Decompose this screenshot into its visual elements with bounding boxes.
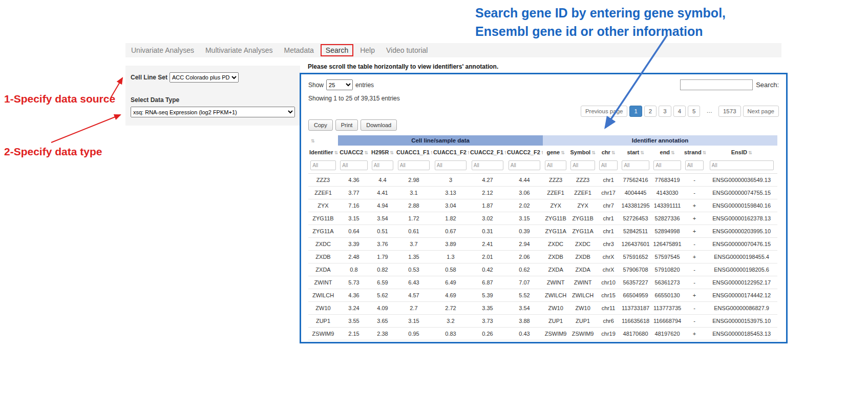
table-cell: 66550130 — [651, 289, 683, 302]
page-button-4[interactable]: 4 — [673, 106, 686, 117]
table-cell: 2.88 — [395, 199, 432, 212]
table-cell: 6.59 — [370, 276, 395, 289]
filter-input-chr[interactable] — [599, 160, 618, 170]
table-cell: ZYG11A — [568, 225, 597, 238]
column-header-h295r[interactable]: H295R⇅ — [370, 146, 395, 159]
nav-search[interactable]: Search — [321, 44, 353, 56]
page-button-2[interactable]: 2 — [644, 106, 657, 117]
table-cell: ZXDA — [543, 263, 568, 276]
filter-input-cuacc2[interactable] — [340, 160, 367, 170]
nav-univariate-analyses[interactable]: Univariate Analyses — [125, 44, 200, 56]
table-cell: 57597545 — [651, 251, 683, 263]
table-cell: + — [683, 328, 706, 340]
filter-input-identifier[interactable] — [310, 160, 336, 170]
table-cell: 4.44 — [506, 174, 543, 187]
column-header-cuacc2-f1[interactable]: CUACC2_F1⇅ — [469, 146, 506, 159]
cell-line-set-select[interactable]: ACC Colorado plus PDX — [170, 72, 239, 83]
copy-button[interactable]: Copy — [308, 119, 333, 131]
column-header-label: EnsID — [731, 149, 747, 155]
table-cell: 3.15 — [395, 315, 432, 328]
table-cell: 0.31 — [469, 225, 506, 238]
column-header-strand[interactable]: strand⇅ — [683, 146, 706, 159]
table-cell: ENSG00000153975.10 — [706, 315, 777, 328]
column-header-cuacc2[interactable]: CUACC2⇅ — [338, 146, 370, 159]
page-button-1[interactable]: 1 — [629, 106, 642, 117]
filter-input-cuacc2-f2[interactable] — [509, 160, 541, 170]
table-cell: 52827336 — [651, 212, 683, 225]
table-cell: 5.73 — [338, 276, 370, 289]
column-header-cuacc2-f2[interactable]: CUACC2_F2⇅ — [506, 146, 543, 159]
filter-cell — [683, 159, 706, 174]
entries-select[interactable]: 25 — [326, 79, 353, 90]
table-cell: chr1 — [597, 174, 620, 187]
search-input[interactable] — [680, 79, 753, 90]
table-cell: ENSG00000198205.6 — [706, 263, 777, 276]
column-header-cuacc1-f1[interactable]: CUACC1_F1⇅ — [395, 146, 432, 159]
table-cell: 3.2 — [432, 315, 469, 328]
print-button[interactable]: Print — [335, 119, 358, 131]
pagination-pages: 12345…1573 — [629, 106, 740, 117]
data-type-select[interactable]: xsq: RNA-seq Expression (log2 FPKM+1) — [131, 107, 295, 117]
table-cell: - — [683, 238, 706, 251]
filter-cell — [469, 159, 506, 174]
filter-cell — [506, 159, 543, 174]
table-cell: 126475891 — [651, 238, 683, 251]
table-cell: 116635618 — [620, 315, 651, 328]
column-header-identifier[interactable]: Identifier⇅ — [308, 146, 338, 159]
download-button[interactable]: Download — [361, 119, 397, 131]
table-cell: 2.94 — [506, 238, 543, 251]
column-header-end[interactable]: end⇅ — [651, 146, 683, 159]
table-cell: ENSG00000198455.4 — [706, 251, 777, 263]
table-row: ZYG11B3.153.541.721.823.023.15ZYG11BZYG1… — [308, 212, 777, 225]
table-cell: - — [683, 315, 706, 328]
table-cell: 116668794 — [651, 315, 683, 328]
next-page-button[interactable]: Next page — [743, 106, 779, 117]
search-annotation-line1: Search gene ID by entering gene symbol, — [475, 4, 726, 23]
table-cell: ENSG00000086827.9 — [706, 302, 777, 315]
filter-row — [308, 159, 777, 174]
previous-page-button[interactable]: Previous page — [581, 106, 628, 117]
filter-input-cuacc1-f2[interactable] — [435, 160, 467, 170]
table-cell: 3.7 — [395, 238, 432, 251]
page-button-1573[interactable]: 1573 — [718, 106, 741, 117]
filter-input-h295r[interactable] — [372, 160, 393, 170]
table-cell: 3.39 — [338, 238, 370, 251]
table-cell: 143391111 — [651, 199, 683, 212]
table-cell: chr7 — [597, 199, 620, 212]
table-cell: 57906708 — [620, 263, 651, 276]
table-cell: ZYX — [543, 199, 568, 212]
filter-input-end[interactable] — [653, 160, 681, 170]
table-cell: - — [683, 263, 706, 276]
table-cell: 0.53 — [395, 263, 432, 276]
table-cell: 2.48 — [338, 251, 370, 263]
table-cell: chr17 — [597, 187, 620, 199]
table-cell: ZUP1 — [543, 315, 568, 328]
filter-input-symbol[interactable] — [570, 160, 595, 170]
filter-input-start[interactable] — [622, 160, 649, 170]
filter-input-gene[interactable] — [545, 160, 566, 170]
column-header-start[interactable]: start⇅ — [620, 146, 651, 159]
table-cell: chr15 — [597, 289, 620, 302]
column-header-cuacc1-f2[interactable]: CUACC1_F2⇅ — [432, 146, 469, 159]
filter-cell — [395, 159, 432, 174]
page-button-5[interactable]: 5 — [688, 106, 700, 117]
nav-help[interactable]: Help — [354, 44, 380, 56]
nav-metadata[interactable]: Metadata — [278, 44, 319, 56]
table-cell: ZWINT — [543, 276, 568, 289]
column-header-gene[interactable]: gene⇅ — [543, 146, 568, 159]
nav-video-tutorial[interactable]: Video tutorial — [380, 44, 433, 56]
filter-input-cuacc2-f1[interactable] — [472, 160, 504, 170]
table-cell: ZYG11B — [308, 212, 338, 225]
table-cell: 4.36 — [338, 289, 370, 302]
column-header-symbol[interactable]: Symbol⇅ — [568, 146, 597, 159]
column-header-chr[interactable]: chr⇅ — [597, 146, 620, 159]
filter-input-ensid[interactable] — [710, 160, 774, 170]
sort-icon: ⇅ — [504, 150, 506, 155]
page-button-3[interactable]: 3 — [659, 106, 671, 117]
column-header-ensid[interactable]: EnsID⇅ — [706, 146, 777, 159]
nav-multivariate-analyses[interactable]: Multivariate Analyses — [200, 44, 279, 56]
filter-input-strand[interactable] — [685, 160, 704, 170]
filter-input-cuacc1-f1[interactable] — [398, 160, 430, 170]
sort-icon: ⇅ — [541, 150, 543, 155]
sort-icon: ⇅ — [591, 150, 596, 155]
